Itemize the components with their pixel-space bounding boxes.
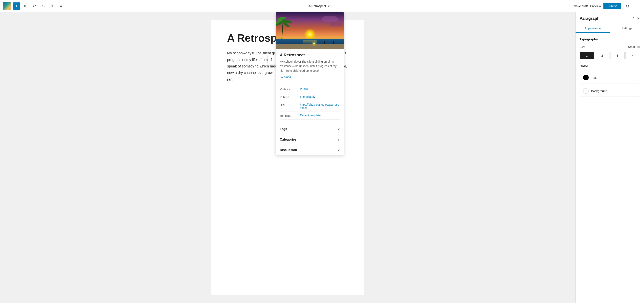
undo-icon: ↩ bbox=[33, 4, 36, 8]
typography-more-button[interactable]: ⋮ bbox=[636, 37, 640, 42]
visibility-value[interactable]: Public bbox=[300, 87, 308, 91]
background-color-circle bbox=[583, 88, 589, 94]
color-section-title: Color bbox=[580, 65, 588, 68]
post-info-popup: A Retrospect My school–days! The silent … bbox=[276, 12, 344, 155]
save-draft-button[interactable]: Save draft bbox=[574, 4, 588, 8]
popup-meta: Visibility Public Publish Immediately UR… bbox=[280, 82, 340, 120]
size-label: Size bbox=[580, 45, 586, 49]
color-more-button[interactable]: ⋮ bbox=[636, 64, 640, 69]
toolbar-left: + ✏ ↩ ↪ ℹ ≡ bbox=[3, 2, 64, 10]
size-option-3[interactable]: 3 bbox=[610, 52, 625, 59]
typography-section-title: Typography bbox=[580, 38, 598, 41]
paragraph-type-button[interactable]: ¶ bbox=[268, 55, 276, 64]
tab-settings[interactable]: Settings bbox=[610, 24, 644, 33]
size-option-2[interactable]: 2 bbox=[595, 52, 610, 59]
add-block-button[interactable]: + bbox=[13, 3, 20, 10]
list-view-button[interactable]: ≡ bbox=[57, 3, 64, 10]
wp-logo bbox=[3, 2, 11, 10]
color-section-header: Color ⋮ bbox=[580, 64, 640, 69]
background-color-option[interactable]: Background bbox=[580, 85, 640, 97]
text-color-circle bbox=[583, 75, 589, 80]
size-row: Size Small ⚌ bbox=[580, 45, 640, 49]
popup-content: A Retrospect My school–days! The silent … bbox=[276, 49, 344, 124]
toolbar-right: Save draft Preview Publish ⚙ ⋮ bbox=[574, 3, 641, 10]
post-title-label: A Retrospect bbox=[309, 4, 326, 8]
visibility-row: Visibility Public bbox=[280, 85, 340, 93]
size-slider-button[interactable]: ⚌ bbox=[637, 45, 640, 49]
categories-label: Categories bbox=[280, 138, 296, 141]
categories-chevron-icon: ∨ bbox=[338, 138, 340, 141]
sidebar-title: Paragraph bbox=[580, 16, 600, 21]
sidebar-appearance-content: Typography ⋮ Size Small ⚌ 1 2 3 4 Color … bbox=[576, 33, 644, 102]
cloud2 bbox=[330, 23, 342, 27]
template-label: Template bbox=[280, 114, 300, 117]
publish-label: Publish bbox=[280, 95, 300, 99]
chevron-down-icon: ∨ bbox=[328, 4, 330, 8]
edit-mode-button[interactable]: ✏ bbox=[22, 3, 29, 10]
publish-row: Publish Immediately bbox=[280, 93, 340, 101]
discussion-label: Discussion bbox=[280, 148, 297, 152]
url-label: URL bbox=[280, 103, 300, 107]
tent-light bbox=[313, 43, 315, 44]
author-link[interactable]: Alana bbox=[284, 75, 291, 79]
pencil-icon: ✏ bbox=[24, 4, 27, 8]
gear-icon: ⚙ bbox=[626, 4, 629, 8]
sidebar-tabs: Appearance Settings bbox=[576, 24, 644, 33]
discussion-chevron-icon: ∨ bbox=[338, 148, 340, 152]
more-options-button[interactable]: ⋮ bbox=[634, 3, 641, 10]
info-button[interactable]: ℹ bbox=[48, 3, 56, 10]
info-icon: ℹ bbox=[52, 4, 53, 8]
categories-section-row[interactable]: Categories ∨ bbox=[276, 134, 344, 145]
list-icon: ≡ bbox=[60, 4, 62, 8]
preview-button[interactable]: Preview bbox=[590, 4, 601, 8]
typography-section-header: Typography ⋮ bbox=[580, 37, 640, 42]
text-color-label: Text bbox=[591, 76, 597, 79]
size-value: Small bbox=[628, 45, 636, 49]
popup-excerpt: My school–days! The silent gliding on of… bbox=[280, 59, 340, 73]
tab-appearance[interactable]: Appearance bbox=[576, 24, 610, 33]
url-row: URL https://pizza-planet.local/a-retrosp… bbox=[280, 101, 340, 112]
background-color-label: Background bbox=[591, 89, 607, 93]
visibility-label: Visibility bbox=[280, 87, 300, 91]
popup-sections: Tags ∨ Categories ∨ Discussion ∨ bbox=[276, 124, 344, 155]
sidebar-more-button[interactable]: ⋮ bbox=[632, 16, 635, 21]
tags-section-row[interactable]: Tags ∨ bbox=[276, 124, 344, 134]
sidebar-header-actions: ⋮ ✕ bbox=[632, 16, 640, 21]
redo-button[interactable]: ↪ bbox=[40, 3, 47, 10]
figure1 bbox=[324, 41, 324, 44]
redo-icon: ↪ bbox=[42, 4, 45, 8]
popup-post-title: A Retrospect bbox=[280, 53, 340, 57]
size-option-4[interactable]: 4 bbox=[626, 52, 640, 59]
palm-tree-svg bbox=[276, 12, 294, 41]
size-option-1[interactable]: 1 bbox=[580, 52, 594, 59]
sand bbox=[276, 44, 344, 49]
popup-featured-image bbox=[276, 12, 344, 49]
tags-label: Tags bbox=[280, 127, 287, 131]
settings-gear-button[interactable]: ⚙ bbox=[624, 3, 631, 10]
right-sidebar: Paragraph ⋮ ✕ Appearance Settings Typogr… bbox=[575, 12, 644, 303]
size-options: 1 2 3 4 bbox=[580, 52, 640, 59]
more-vert-icon: ⋮ bbox=[635, 4, 639, 9]
popup-author: By Alana bbox=[280, 75, 340, 79]
undo-button[interactable]: ↩ bbox=[31, 3, 38, 10]
tags-chevron-icon: ∨ bbox=[338, 127, 340, 131]
post-title-center[interactable]: A Retrospect ∨ bbox=[309, 4, 330, 8]
svg-line-0 bbox=[282, 25, 283, 39]
sidebar-header: Paragraph ⋮ ✕ bbox=[576, 12, 644, 21]
sidebar-close-button[interactable]: ✕ bbox=[637, 16, 640, 21]
top-toolbar: + ✏ ↩ ↪ ℹ ≡ A Retrospect ∨ Save draft Pr… bbox=[0, 0, 644, 12]
publish-value[interactable]: Immediately bbox=[300, 95, 315, 98]
publish-button[interactable]: Publish bbox=[604, 3, 622, 9]
template-row: Template Default template bbox=[280, 112, 340, 120]
cloud1 bbox=[322, 16, 338, 23]
author-prefix: By bbox=[280, 75, 283, 79]
figure2 bbox=[333, 41, 334, 44]
template-value[interactable]: Default template bbox=[300, 114, 320, 117]
url-value[interactable]: https://pizza-planet.local/a-retrospect bbox=[300, 103, 340, 110]
text-color-option[interactable]: Text bbox=[580, 72, 640, 83]
discussion-section-row[interactable]: Discussion ∨ bbox=[276, 145, 344, 155]
